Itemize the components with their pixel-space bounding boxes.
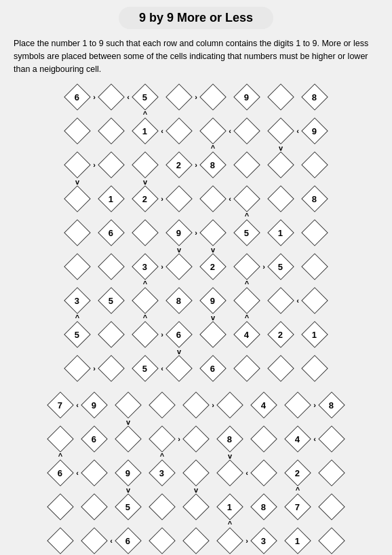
grid-cell	[318, 425, 345, 453]
grid-cell: 3	[64, 287, 91, 314]
cell-value: 7	[295, 502, 300, 512]
grid-cell: 2	[165, 151, 193, 178]
grid-cell	[149, 425, 176, 453]
cell-value: 6	[109, 228, 113, 238]
grid-cell: 1	[267, 219, 294, 246]
cell-value: 9	[312, 126, 317, 136]
grid-cell	[233, 253, 260, 280]
grid-cell: 6	[64, 83, 91, 111]
grid-cell	[132, 151, 159, 178]
grid-cell: 4	[250, 391, 277, 419]
grid-cell: 9	[81, 391, 108, 419]
cell-value: 6	[210, 364, 215, 374]
grid-cell	[98, 321, 125, 348]
cell-value: 2	[210, 262, 215, 272]
v-sym-row: v	[65, 347, 327, 356]
grid-cell	[233, 355, 260, 382]
grid-cell	[81, 493, 108, 520]
grid-cell: 7	[47, 391, 74, 419]
grid-cell: 3	[132, 253, 159, 280]
grid-cell	[165, 253, 193, 280]
grid-cell: 6	[81, 425, 108, 453]
cell-value: 6	[92, 434, 96, 444]
cell-row: 3589‹	[65, 288, 327, 313]
cell-row: 12›‹8	[65, 187, 327, 211]
grid-cell: 5	[233, 219, 260, 246]
grid-cell	[301, 287, 328, 314]
grid-cell: 5	[64, 321, 91, 348]
grid-cell	[132, 219, 159, 246]
cell-row: ›5‹6	[65, 356, 327, 381]
grid-cell: 8	[301, 185, 328, 212]
grid-cell	[216, 527, 243, 554]
cell-value: 5	[278, 262, 283, 272]
cell-value: 3	[142, 262, 147, 272]
cell-value: 9	[92, 400, 96, 410]
grid-cell	[64, 117, 91, 145]
grid-cell	[216, 391, 243, 419]
cell-row: ›2›8	[65, 153, 327, 177]
cell-row: 1‹‹‹9	[65, 119, 327, 143]
cell-value: 8	[176, 296, 181, 306]
grid-cell	[267, 185, 294, 212]
cell-value: 5	[142, 92, 147, 102]
cell-value: 1	[109, 194, 113, 204]
grid-cell	[64, 151, 91, 178]
grid-cell: 2	[199, 253, 227, 280]
cell-value: 9	[244, 92, 249, 102]
grid-cell: 9	[301, 117, 328, 145]
grid-cell: 5	[267, 253, 294, 280]
cell-row: 3›2›5	[65, 254, 327, 279]
grid-cell: 1	[216, 493, 243, 520]
grid-cell: 5	[132, 83, 159, 111]
grid-cell	[165, 117, 193, 145]
cell-value: 9	[176, 228, 181, 238]
grid-cell: 6	[199, 355, 227, 382]
grid-cell	[64, 185, 91, 212]
grid-cell	[318, 493, 345, 520]
cell-value: 6	[125, 536, 130, 546]
grid-cell	[165, 83, 193, 111]
grid-cell: 2	[132, 185, 159, 212]
cell-value: 5	[125, 502, 130, 512]
grid-cell	[182, 391, 210, 419]
grid-cell	[318, 527, 345, 554]
grid-cell	[149, 527, 176, 554]
cell-value: 6	[75, 92, 79, 102]
grid-cell	[267, 117, 294, 145]
grid-cell: 9	[199, 287, 227, 314]
instructions-text: Place the number 1 to 9 such that each r…	[14, 37, 378, 75]
grid-cell	[301, 219, 328, 246]
grid-cell	[199, 321, 227, 348]
grid-cell	[250, 425, 277, 453]
cell-value: 5	[75, 330, 79, 340]
cell-value: 6	[176, 330, 181, 340]
cell-row: 5›6421	[65, 322, 327, 347]
grid-cell: 9	[233, 83, 260, 111]
grid-cell	[267, 355, 294, 382]
grid-cell: 1	[301, 321, 328, 348]
grid-cell	[47, 425, 74, 453]
cell-row: 69›51	[65, 221, 327, 245]
grid-cell: 2	[267, 321, 294, 348]
grid-cell	[98, 117, 125, 145]
cell-row: ‹6›31	[48, 529, 344, 553]
cell-value: 1	[312, 330, 317, 340]
puzzle2: 7‹9›4›8v6›84‹^^v6‹93‹2vv^5187^‹6›31^142›…	[48, 393, 344, 555]
grid-cell	[233, 287, 260, 314]
grid-cell	[149, 493, 176, 520]
grid-cell	[149, 391, 176, 419]
grid-cell: 2	[284, 459, 311, 486]
cell-value: 4	[295, 434, 300, 444]
grid-cell: 6	[98, 219, 125, 246]
grid-cell	[98, 151, 125, 178]
grid-cell	[284, 391, 311, 419]
grid-cell: 5	[98, 287, 125, 314]
grid-cell	[132, 321, 159, 348]
grid-cell: 4	[233, 321, 260, 348]
grid-cell	[165, 355, 193, 382]
grid-cell	[81, 527, 108, 554]
cell-value: 8	[312, 194, 317, 204]
grid-cell	[115, 391, 142, 419]
cell-value: 8	[261, 502, 266, 512]
